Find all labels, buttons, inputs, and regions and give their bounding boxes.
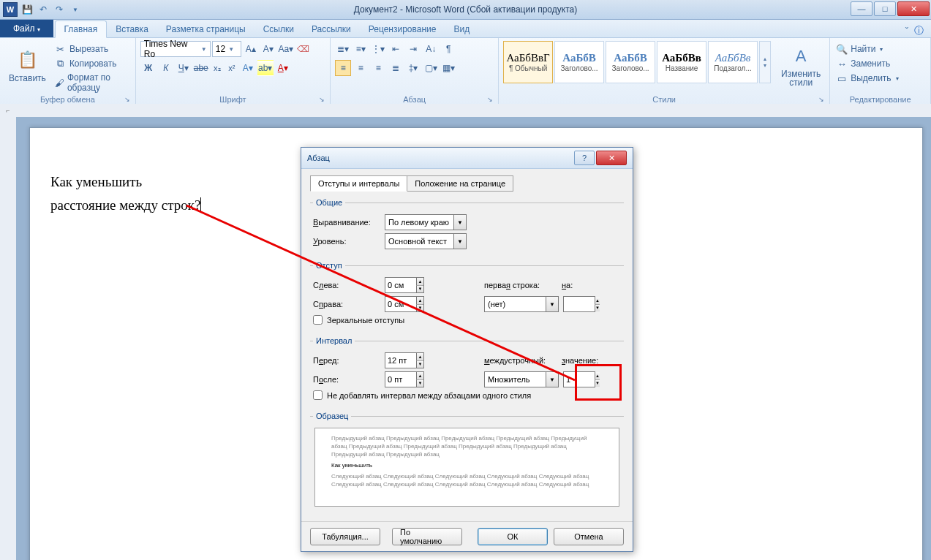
- group-clipboard: 📋 Вставить ✂Вырезать ⧉Копировать 🖌Формат…: [0, 38, 136, 105]
- space-before-label: Перед:: [313, 356, 380, 365]
- default-button[interactable]: По умолчанию: [392, 528, 462, 545]
- font-color-icon[interactable]: A▾: [275, 60, 291, 76]
- bold-icon[interactable]: Ж: [140, 60, 157, 76]
- show-marks-icon[interactable]: ¶: [440, 41, 456, 57]
- spin-up-icon[interactable]: ▲: [416, 372, 423, 380]
- strike-icon[interactable]: abe: [193, 60, 209, 76]
- align-center-icon[interactable]: ≡: [353, 60, 369, 76]
- font-size-combo[interactable]: 12▼: [212, 41, 241, 57]
- style-title[interactable]: АаБбВвНазвание: [657, 41, 706, 83]
- subscript-icon[interactable]: x₂: [211, 61, 224, 75]
- redo-icon[interactable]: ↷: [53, 3, 66, 16]
- cancel-button[interactable]: Отмена: [554, 528, 624, 545]
- spin-down-icon[interactable]: ▼: [416, 380, 423, 387]
- highlight-icon[interactable]: ab▾: [257, 60, 274, 76]
- styles-expand-icon[interactable]: ▴▾: [759, 41, 771, 83]
- font-launcher[interactable]: ↘: [317, 94, 327, 105]
- save-icon[interactable]: 💾: [20, 3, 34, 16]
- ruler-corner[interactable]: ⌐: [0, 104, 17, 118]
- mirror-indents-checkbox[interactable]: [313, 315, 323, 325]
- ok-button[interactable]: ОК: [478, 528, 548, 545]
- tab-review[interactable]: Рецензирование: [360, 21, 445, 37]
- first-line-by-spinner[interactable]: ▲▼: [563, 296, 595, 312]
- spin-up-icon[interactable]: ▲: [595, 297, 600, 305]
- indent-left-spinner[interactable]: ▲▼: [385, 277, 424, 293]
- copy-button[interactable]: ⧉Копировать: [53, 57, 131, 70]
- sort-icon[interactable]: A↓: [423, 41, 439, 57]
- select-button[interactable]: ▭Выделить▾: [834, 72, 900, 85]
- find-button[interactable]: 🔍Найти▾: [834, 42, 900, 56]
- undo-icon[interactable]: ↶: [37, 3, 50, 16]
- tab-mailings[interactable]: Рассылки: [303, 21, 360, 37]
- spin-up-icon[interactable]: ▲: [416, 297, 423, 305]
- clear-format-icon[interactable]: ⌫: [295, 41, 312, 57]
- style-heading1[interactable]: АаБбВЗаголово...: [554, 41, 604, 83]
- italic-icon[interactable]: К: [158, 60, 174, 76]
- qat-dropdown-icon[interactable]: ▼: [69, 3, 82, 16]
- multilevel-icon[interactable]: ⋮▾: [370, 41, 386, 57]
- tab-file[interactable]: Файл: [0, 20, 53, 37]
- bullets-icon[interactable]: ≣▾: [335, 41, 351, 57]
- spin-down-icon[interactable]: ▼: [595, 305, 600, 312]
- vertical-ruler[interactable]: [0, 117, 17, 560]
- shading-icon[interactable]: ▢▾: [423, 60, 439, 76]
- help-icon[interactable]: ⓘ: [914, 24, 924, 37]
- space-before-spinner[interactable]: ▲▼: [385, 352, 424, 368]
- style-normal[interactable]: АаБбВвГ¶ Обычный: [503, 41, 553, 83]
- dialog-help-button[interactable]: ?: [574, 151, 595, 165]
- styles-launcher[interactable]: ↘: [816, 94, 826, 105]
- spin-down-icon[interactable]: ▼: [416, 361, 423, 368]
- minimize-ribbon-icon[interactable]: ˇ: [905, 26, 908, 37]
- alignment-select[interactable]: По левому краю▼: [385, 214, 467, 230]
- format-painter-button[interactable]: 🖌Формат по образцу: [53, 72, 131, 94]
- horizontal-ruler[interactable]: [16, 104, 931, 118]
- spin-up-icon[interactable]: ▲: [416, 353, 423, 361]
- line-spacing-select[interactable]: Множитель▼: [484, 371, 559, 387]
- tab-view[interactable]: Вид: [445, 21, 478, 37]
- grow-font-icon[interactable]: A▴: [243, 41, 259, 57]
- tab-references[interactable]: Ссылки: [255, 21, 303, 37]
- justify-icon[interactable]: ≣: [388, 60, 404, 76]
- replace-button[interactable]: ↔Заменить: [834, 57, 900, 70]
- space-after-spinner[interactable]: ▲▼: [385, 371, 424, 387]
- dialog-close-button[interactable]: ✕: [596, 151, 627, 165]
- decrease-indent-icon[interactable]: ⇤: [388, 41, 404, 57]
- close-button[interactable]: ✕: [897, 1, 930, 16]
- spin-up-icon[interactable]: ▲: [416, 278, 423, 286]
- align-right-icon[interactable]: ≡: [370, 60, 386, 76]
- first-line-select[interactable]: (нет)▼: [484, 296, 559, 312]
- document-text[interactable]: Как уменьшить расстояние между строк?: [50, 170, 201, 217]
- change-case-icon[interactable]: Aa▾: [278, 41, 294, 57]
- underline-icon[interactable]: Ч▾: [176, 60, 192, 76]
- tab-insert[interactable]: Вставка: [107, 21, 157, 37]
- numbering-icon[interactable]: ≡▾: [353, 41, 369, 57]
- align-left-icon[interactable]: ≡: [335, 60, 351, 76]
- style-subtitle[interactable]: АаБбВвПодзагол...: [708, 41, 758, 83]
- style-heading2[interactable]: АаБбВЗаголово...: [606, 41, 655, 83]
- tabs-button[interactable]: Табуляция...: [310, 528, 380, 545]
- indent-right-spinner[interactable]: ▲▼: [385, 296, 424, 312]
- shrink-font-icon[interactable]: A▾: [260, 41, 276, 57]
- dialog-tab-indents[interactable]: Отступы и интервалы: [310, 175, 407, 192]
- maximize-button[interactable]: □: [874, 1, 896, 16]
- paste-button[interactable]: 📋 Вставить: [4, 39, 50, 92]
- clipboard-launcher[interactable]: ↘: [122, 94, 132, 105]
- superscript-icon[interactable]: x²: [225, 61, 238, 75]
- tab-layout[interactable]: Разметка страницы: [157, 21, 255, 37]
- dialog-tab-position[interactable]: Положение на странице: [407, 175, 513, 192]
- level-select[interactable]: Основной текст▼: [385, 233, 467, 249]
- borders-icon[interactable]: ▦▾: [440, 60, 456, 76]
- font-name-combo[interactable]: Times New Ro▼: [140, 41, 211, 57]
- tab-home[interactable]: Главная: [55, 20, 108, 38]
- group-paragraph: ≣▾ ≡▾ ⋮▾ ⇤ ⇥ A↓ ¶ ≡ ≡ ≡ ≣ ‡▾ ▢▾ ▦▾ Абзац…: [331, 38, 499, 105]
- increase-indent-icon[interactable]: ⇥: [405, 41, 421, 57]
- cut-button[interactable]: ✂Вырезать: [53, 42, 131, 56]
- minimize-button[interactable]: —: [851, 1, 872, 16]
- text-effects-icon[interactable]: A▾: [240, 60, 256, 76]
- line-spacing-icon[interactable]: ‡▾: [405, 60, 421, 76]
- change-styles-button[interactable]: A Изменить стили: [777, 39, 825, 92]
- spin-down-icon[interactable]: ▼: [416, 286, 423, 293]
- no-space-checkbox[interactable]: [313, 390, 323, 400]
- spin-down-icon[interactable]: ▼: [416, 305, 423, 312]
- paragraph-launcher[interactable]: ↘: [485, 94, 495, 105]
